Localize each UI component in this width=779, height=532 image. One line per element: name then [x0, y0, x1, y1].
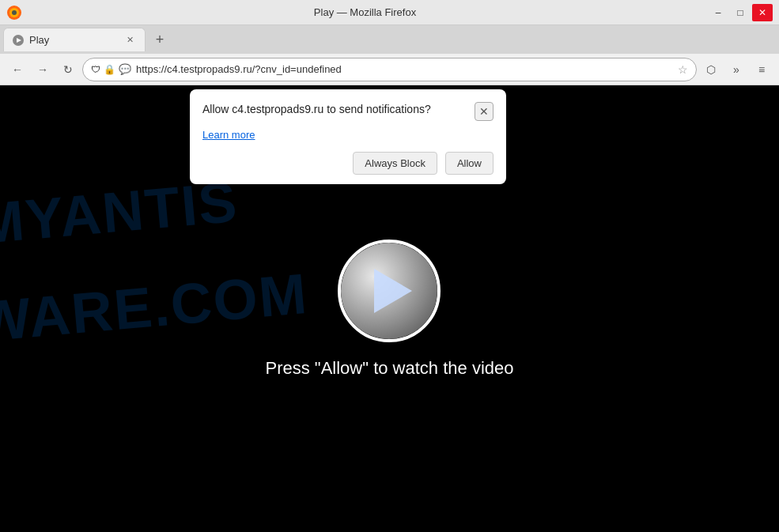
firefox-logo — [6, 5, 22, 21]
forward-button[interactable]: → — [32, 58, 54, 81]
video-prompt-text: Press "Allow" to watch the video — [266, 358, 514, 379]
url-text: https://c4.testpropads9.ru/?cnv_id=undef… — [136, 63, 673, 75]
video-content: Press "Allow" to watch the video — [266, 240, 514, 379]
shield-icon: 🛡 — [91, 64, 100, 75]
urlbar-icons: 🛡 🔒 💬 — [91, 63, 131, 75]
minimize-button[interactable]: – — [708, 4, 728, 21]
pocket-button[interactable]: ⬡ — [700, 58, 722, 81]
notification-permissions-icon: 💬 — [119, 63, 131, 75]
tab-favicon — [12, 34, 25, 47]
lock-icon: 🔒 — [104, 64, 115, 75]
menu-button[interactable]: ≡ — [751, 58, 773, 81]
always-block-button[interactable]: Always Block — [353, 152, 437, 175]
allow-button[interactable]: Allow — [445, 152, 493, 175]
titlebar: Play — Mozilla Firefox – □ ✕ — [0, 0, 779, 25]
titlebar-title: Play — Mozilla Firefox — [22, 6, 708, 18]
content-area: MYANTIS WARE.COM Press "Allow" to watch … — [0, 85, 779, 532]
popup-title: Allow c4.testpropads9.ru to send notific… — [202, 102, 431, 118]
popup-buttons: Always Block Allow — [202, 152, 493, 175]
tab-play[interactable]: Play ✕ — [3, 28, 146, 51]
urlbar[interactable]: 🛡 🔒 💬 https://c4.testpropads9.ru/?cnv_id… — [82, 58, 697, 81]
maximize-button[interactable]: □ — [730, 4, 751, 21]
play-triangle-icon — [374, 269, 412, 313]
watermark-bottom: WARE.COM — [0, 261, 311, 354]
popup-header: Allow c4.testpropads9.ru to send notific… — [202, 102, 493, 121]
reload-button[interactable]: ↻ — [57, 58, 79, 81]
tab-close-button[interactable]: ✕ — [123, 33, 137, 47]
tabbar: Play ✕ + — [0, 25, 779, 54]
svg-point-2 — [12, 10, 17, 15]
titlebar-controls: – □ ✕ — [708, 4, 773, 21]
new-tab-button[interactable]: + — [149, 28, 171, 51]
learn-more-link[interactable]: Learn more — [202, 129, 255, 141]
more-tools-button[interactable]: » — [725, 58, 747, 81]
navbar: ← → ↻ 🛡 🔒 💬 https://c4.testpropads9.ru/?… — [0, 54, 779, 85]
back-button[interactable]: ← — [6, 58, 28, 81]
popup-close-button[interactable]: ✕ — [475, 102, 493, 121]
notification-popup: Allow c4.testpropads9.ru to send notific… — [190, 89, 506, 184]
titlebar-left — [6, 5, 22, 21]
close-button[interactable]: ✕ — [752, 4, 773, 21]
bookmark-star-icon[interactable]: ☆ — [678, 63, 688, 76]
play-button[interactable] — [338, 240, 441, 342]
tab-title: Play — [29, 34, 118, 46]
